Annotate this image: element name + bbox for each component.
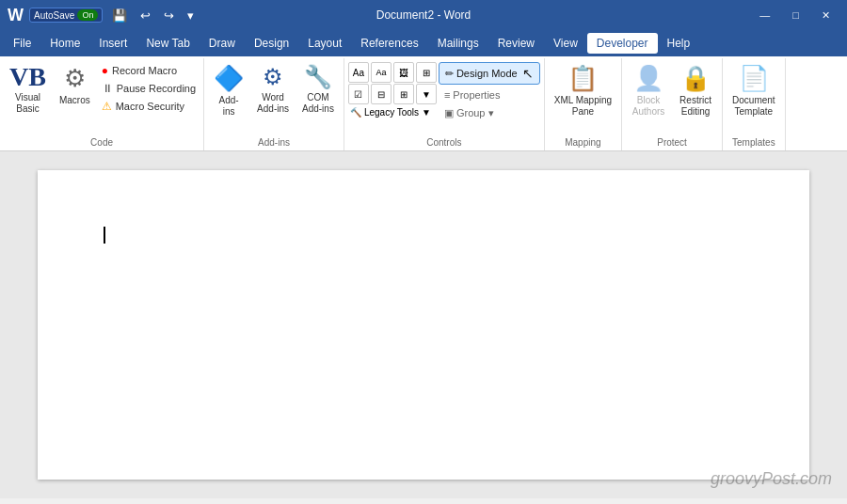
ribbon-group-protect: 👤 BlockAuthors 🔒 RestrictEditing Protect — [622, 58, 723, 150]
undo-icon[interactable]: ↩ — [136, 7, 154, 24]
autosave-badge[interactable]: AutoSave On — [29, 8, 103, 23]
controls-row-1: Aa Aa 🖼 ⊞ — [348, 62, 437, 83]
add-ins-button[interactable]: 🔷 Add-ins — [208, 60, 249, 135]
minimize-button[interactable]: — — [750, 6, 779, 24]
picture-control-button[interactable]: 🖼 — [393, 62, 414, 83]
templates-group-label: Templates — [727, 135, 781, 150]
table-control-button[interactable]: ⊟ — [371, 84, 392, 104]
block-authors-icon: 👤 — [633, 64, 663, 93]
menu-bar: File Home Insert New Tab Draw Design Lay… — [0, 30, 847, 56]
controls-group-inner: Aa Aa 🖼 ⊞ ☑ ⊟ ⊞ ▼ 🔨 Legacy Tools ▼ — [348, 60, 540, 135]
pause-recording-label: Pause Recording — [117, 83, 196, 94]
customize-icon[interactable]: ▾ — [184, 7, 198, 24]
restrict-editing-button[interactable]: 🔒 RestrictEditing — [673, 60, 718, 135]
menu-item-references[interactable]: References — [351, 33, 427, 54]
menu-item-view[interactable]: View — [544, 33, 587, 54]
legacy-tools-button[interactable]: 🔨 Legacy Tools ▼ — [348, 105, 433, 119]
design-mode-label: Design Mode — [456, 68, 518, 79]
word-add-ins-button[interactable]: ⚙ WordAdd-ins — [251, 60, 295, 135]
menu-item-new-tab[interactable]: New Tab — [136, 33, 199, 54]
save-icon[interactable]: 💾 — [108, 7, 131, 24]
menu-item-draw[interactable]: Draw — [200, 33, 245, 54]
mapping-group-inner: 📋 XML MappingPane — [549, 60, 617, 135]
pause-recording-button[interactable]: ⏸ Pause Recording — [98, 80, 200, 97]
block-authors-button[interactable]: 👤 BlockAuthors — [626, 60, 671, 135]
title-bar: W AutoSave On 💾 ↩ ↪ ▾ Document2 - Word —… — [0, 0, 847, 30]
record-macro-button[interactable]: ● Record Macro — [98, 62, 200, 79]
document-area[interactable]: groovyPost.com — [0, 151, 847, 498]
maximize-button[interactable]: □ — [783, 6, 808, 24]
com-add-ins-button[interactable]: 🔧 COMAdd-ins — [296, 60, 340, 135]
close-button[interactable]: ✕ — [812, 6, 839, 25]
autosave-toggle[interactable]: On — [77, 9, 98, 21]
rich-text-control-button[interactable]: Aa — [348, 62, 369, 83]
controls-group-label: Controls — [348, 135, 540, 150]
visual-basic-icon: VB — [9, 64, 46, 90]
menu-item-insert[interactable]: Insert — [89, 33, 136, 54]
text-cursor — [104, 227, 105, 244]
code-group-inner: VB VisualBasic ⚙ Macros ● Record Macro ⏸… — [4, 60, 200, 135]
xml-mapping-pane-button[interactable]: 📋 XML MappingPane — [549, 60, 617, 135]
ribbon-group-controls: Aa Aa 🖼 ⊞ ☑ ⊟ ⊞ ▼ 🔨 Legacy Tools ▼ — [344, 58, 545, 150]
ribbon-group-templates: 📄 DocumentTemplate Templates — [723, 58, 786, 150]
controls-row-2: ☑ ⊟ ⊞ ▼ — [348, 84, 437, 104]
menu-item-layout[interactable]: Layout — [298, 33, 351, 54]
record-macro-label: Record Macro — [112, 65, 177, 76]
xml-mapping-pane-label: XML MappingPane — [554, 95, 612, 118]
document-template-icon: 📄 — [739, 64, 769, 93]
checkbox-control-button[interactable]: ☑ — [348, 84, 369, 104]
xml-mapping-icon: 📋 — [567, 64, 598, 93]
document-template-label: DocumentTemplate — [732, 95, 775, 118]
record-icon: ● — [102, 64, 108, 77]
add-ins-label: Add-ins — [219, 95, 239, 118]
word-logo-icon: W — [8, 6, 24, 25]
visual-basic-button[interactable]: VB VisualBasic — [4, 60, 52, 135]
macro-security-button[interactable]: ⚠ Macro Security — [98, 98, 200, 115]
properties-label: Properties — [453, 89, 500, 101]
menu-item-file[interactable]: File — [4, 33, 40, 54]
menu-item-review[interactable]: Review — [488, 33, 544, 54]
building-block-button[interactable]: ⊞ — [416, 62, 437, 83]
addins-group-inner: 🔷 Add-ins ⚙ WordAdd-ins 🔧 COMAdd-ins — [208, 60, 340, 135]
menu-item-home[interactable]: Home — [40, 33, 89, 54]
visual-basic-label: VisualBasic — [15, 92, 40, 115]
legacy-icon: 🔨 — [350, 107, 361, 118]
macros-label: Macros — [59, 95, 90, 106]
pause-icon: ⏸ — [102, 82, 113, 95]
warning-icon: ⚠ — [102, 100, 112, 113]
document-template-button[interactable]: 📄 DocumentTemplate — [727, 60, 781, 135]
addins-group-label: Add-ins — [208, 135, 340, 150]
grid-control-button[interactable]: ⊞ — [393, 84, 414, 104]
protect-group-inner: 👤 BlockAuthors 🔒 RestrictEditing — [626, 60, 718, 135]
ribbon-group-code: VB VisualBasic ⚙ Macros ● Record Macro ⏸… — [0, 58, 204, 150]
document-title: Document2 - Word — [376, 8, 471, 22]
menu-item-design[interactable]: Design — [245, 33, 298, 54]
word-add-ins-label: WordAdd-ins — [257, 92, 289, 115]
ribbon: VB VisualBasic ⚙ Macros ● Record Macro ⏸… — [0, 56, 847, 151]
redo-icon[interactable]: ↪ — [160, 7, 178, 24]
more-controls-button[interactable]: ▼ — [416, 84, 437, 104]
restrict-editing-label: RestrictEditing — [679, 95, 711, 118]
group-label: Group ▾ — [456, 107, 494, 119]
add-ins-icon: 🔷 — [214, 64, 244, 93]
plain-text-control-button[interactable]: Aa — [371, 62, 392, 83]
controls-right-col: ✏ Design Mode ↖ ≡ Properties ▣ Group ▾ — [439, 60, 540, 135]
group-button[interactable]: ▣ Group ▾ — [439, 105, 540, 121]
document-page[interactable] — [38, 170, 809, 480]
legacy-label: Legacy Tools — [364, 107, 419, 118]
block-authors-label: BlockAuthors — [632, 95, 664, 118]
macros-button[interactable]: ⚙ Macros — [54, 60, 96, 135]
watermark: groovyPost.com — [711, 469, 832, 489]
menu-item-developer[interactable]: Developer — [587, 33, 658, 54]
design-mode-button[interactable]: ✏ Design Mode ↖ — [439, 62, 540, 85]
properties-button[interactable]: ≡ Properties — [439, 87, 540, 102]
word-add-ins-icon: ⚙ — [263, 64, 283, 90]
ribbon-group-mapping: 📋 XML MappingPane Mapping — [545, 58, 622, 150]
legacy-dropdown-icon: ▼ — [422, 107, 431, 118]
title-bar-left: W AutoSave On 💾 ↩ ↪ ▾ — [8, 6, 198, 25]
group-icon: ▣ — [444, 107, 454, 119]
menu-item-help[interactable]: Help — [658, 33, 700, 54]
menu-item-mailings[interactable]: Mailings — [428, 33, 488, 54]
protect-group-label: Protect — [626, 135, 718, 150]
com-add-ins-icon: 🔧 — [304, 64, 332, 90]
